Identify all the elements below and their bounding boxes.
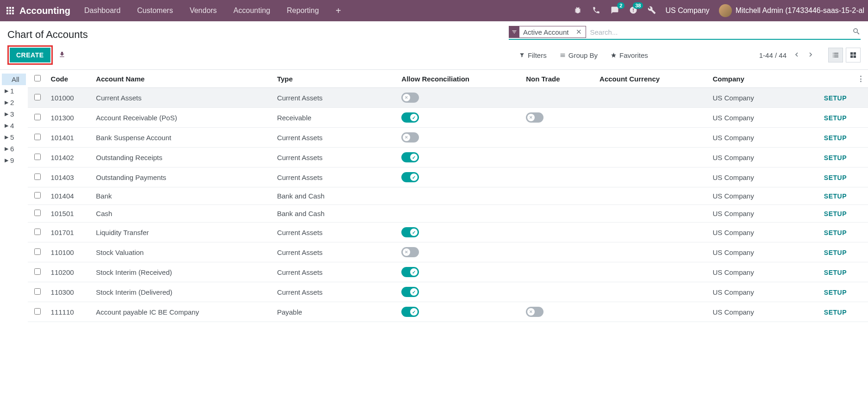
table-row[interactable]: 101401Bank Suspense AccountCurrent Asset… bbox=[28, 128, 868, 148]
cell-name[interactable]: Liquidity Transfer bbox=[92, 223, 273, 242]
sidebar-item-5[interactable]: ▶5 bbox=[2, 131, 26, 143]
row-checkbox[interactable] bbox=[34, 134, 41, 140]
menu-dashboard[interactable]: Dashboard bbox=[84, 6, 120, 15]
cell-company[interactable]: US Company bbox=[709, 128, 805, 148]
cell-code[interactable]: 101402 bbox=[47, 148, 93, 167]
setup-button[interactable]: SETUP bbox=[824, 229, 847, 236]
row-checkbox[interactable] bbox=[34, 154, 41, 160]
cell-type[interactable]: Current Assets bbox=[273, 148, 398, 167]
cell-company[interactable]: US Company bbox=[709, 88, 805, 108]
cell-name[interactable]: Bank bbox=[92, 187, 273, 205]
tools-icon[interactable] bbox=[648, 6, 656, 16]
list-view-button[interactable] bbox=[828, 48, 843, 62]
user-menu[interactable]: Mitchell Admin (17433446-saas-15-2-al bbox=[719, 4, 864, 17]
sidebar-item-2[interactable]: ▶2 bbox=[2, 97, 26, 108]
sidebar-item-1[interactable]: ▶1 bbox=[2, 85, 26, 97]
cell-company[interactable]: US Company bbox=[709, 223, 805, 242]
setup-button[interactable]: SETUP bbox=[824, 309, 847, 316]
pager-range[interactable]: 1-44 / 44 bbox=[759, 51, 787, 59]
cell-name[interactable]: Account payable IC BE Company bbox=[92, 302, 273, 322]
sidebar-item-all[interactable]: All bbox=[2, 74, 26, 85]
search-icon[interactable] bbox=[852, 27, 861, 37]
cell-type[interactable]: Current Assets bbox=[273, 88, 398, 108]
row-checkbox[interactable] bbox=[34, 192, 41, 198]
columns-menu-icon[interactable]: ⋮ bbox=[850, 70, 868, 88]
cell-code[interactable]: 101300 bbox=[47, 108, 93, 128]
recon-toggle[interactable] bbox=[401, 132, 419, 142]
cell-code[interactable]: 101404 bbox=[47, 187, 93, 205]
table-wrapper[interactable]: Code Account Name Type Allow Reconciliat… bbox=[28, 70, 868, 411]
row-checkbox[interactable] bbox=[34, 229, 41, 235]
cell-name[interactable]: Account Receivable (PoS) bbox=[92, 108, 273, 128]
row-checkbox[interactable] bbox=[34, 114, 41, 120]
table-row[interactable]: 101404BankBank and CashUS CompanySETUP bbox=[28, 187, 868, 205]
table-row[interactable]: 101403Outstanding PaymentsCurrent Assets… bbox=[28, 167, 868, 187]
table-row[interactable]: 101701Liquidity TransferCurrent AssetsUS… bbox=[28, 223, 868, 242]
setup-button[interactable]: SETUP bbox=[824, 192, 847, 200]
table-row[interactable]: 110100Stock ValuationCurrent AssetsUS Co… bbox=[28, 242, 868, 262]
setup-button[interactable]: SETUP bbox=[824, 269, 847, 276]
cell-code[interactable]: 101501 bbox=[47, 205, 93, 223]
pager-prev[interactable] bbox=[793, 51, 800, 60]
table-row[interactable]: 110200Stock Interim (Received)Current As… bbox=[28, 262, 868, 282]
cell-name[interactable]: Cash bbox=[92, 205, 273, 223]
cell-code[interactable]: 110300 bbox=[47, 282, 93, 302]
cell-company[interactable]: US Company bbox=[709, 187, 805, 205]
cell-type[interactable]: Bank and Cash bbox=[273, 187, 398, 205]
create-button[interactable]: CREATE bbox=[10, 48, 50, 62]
apps-icon[interactable] bbox=[6, 7, 14, 14]
company-selector[interactable]: US Company bbox=[665, 6, 709, 15]
sidebar-item-3[interactable]: ▶3 bbox=[2, 108, 26, 120]
row-checkbox[interactable] bbox=[34, 94, 41, 100]
setup-button[interactable]: SETUP bbox=[824, 134, 847, 142]
cell-name[interactable]: Bank Suspense Account bbox=[92, 128, 273, 148]
header-name[interactable]: Account Name bbox=[92, 70, 273, 88]
search-bar[interactable]: Active Account ✕ bbox=[509, 26, 861, 40]
table-row[interactable]: 101402Outstanding ReceiptsCurrent Assets… bbox=[28, 148, 868, 167]
header-company[interactable]: Company bbox=[709, 70, 805, 88]
filters-toggle[interactable]: Filters bbox=[519, 51, 547, 59]
kanban-view-button[interactable] bbox=[846, 48, 861, 62]
table-row[interactable]: 101300Account Receivable (PoS)Receivable… bbox=[28, 108, 868, 128]
recon-toggle[interactable] bbox=[401, 227, 419, 237]
new-menu-icon[interactable]: + bbox=[336, 6, 341, 16]
cell-code[interactable]: 101403 bbox=[47, 167, 93, 187]
favorites-toggle[interactable]: Favorites bbox=[611, 51, 648, 59]
messages-icon[interactable]: 2 bbox=[611, 6, 619, 16]
cell-code[interactable]: 101701 bbox=[47, 223, 93, 242]
phone-icon[interactable] bbox=[592, 6, 600, 16]
cell-code[interactable]: 110100 bbox=[47, 242, 93, 262]
app-brand[interactable]: Accounting bbox=[19, 6, 70, 16]
cell-name[interactable]: Stock Valuation bbox=[92, 242, 273, 262]
cell-company[interactable]: US Company bbox=[709, 242, 805, 262]
cell-company[interactable]: US Company bbox=[709, 262, 805, 282]
facet-remove[interactable]: ✕ bbox=[572, 28, 586, 36]
cell-type[interactable]: Bank and Cash bbox=[273, 205, 398, 223]
bug-icon[interactable] bbox=[574, 6, 582, 16]
header-recon[interactable]: Allow Reconciliation bbox=[398, 70, 522, 88]
cell-company[interactable]: US Company bbox=[709, 302, 805, 322]
row-checkbox[interactable] bbox=[34, 248, 41, 255]
groupby-toggle[interactable]: Group By bbox=[560, 51, 598, 59]
recon-toggle[interactable] bbox=[401, 112, 419, 123]
cell-name[interactable]: Stock Interim (Received) bbox=[92, 262, 273, 282]
setup-button[interactable]: SETUP bbox=[824, 154, 847, 161]
table-row[interactable]: 111110Account payable IC BE CompanyPayab… bbox=[28, 302, 868, 322]
recon-toggle[interactable] bbox=[401, 307, 419, 317]
row-checkbox[interactable] bbox=[34, 210, 41, 216]
cell-company[interactable]: US Company bbox=[709, 167, 805, 187]
recon-toggle[interactable] bbox=[401, 267, 419, 277]
row-checkbox[interactable] bbox=[34, 288, 41, 295]
recon-toggle[interactable] bbox=[401, 93, 419, 103]
sidebar-item-4[interactable]: ▶4 bbox=[2, 120, 26, 131]
setup-button[interactable]: SETUP bbox=[824, 94, 847, 102]
cell-code[interactable]: 101000 bbox=[47, 88, 93, 108]
menu-reporting[interactable]: Reporting bbox=[287, 6, 319, 15]
cell-type[interactable]: Current Assets bbox=[273, 167, 398, 187]
cell-type[interactable]: Current Assets bbox=[273, 223, 398, 242]
row-checkbox[interactable] bbox=[34, 268, 41, 275]
cell-type[interactable]: Current Assets bbox=[273, 262, 398, 282]
import-icon[interactable] bbox=[58, 51, 66, 60]
sidebar-item-6[interactable]: ▶6 bbox=[2, 143, 26, 155]
cell-type[interactable]: Receivable bbox=[273, 108, 398, 128]
